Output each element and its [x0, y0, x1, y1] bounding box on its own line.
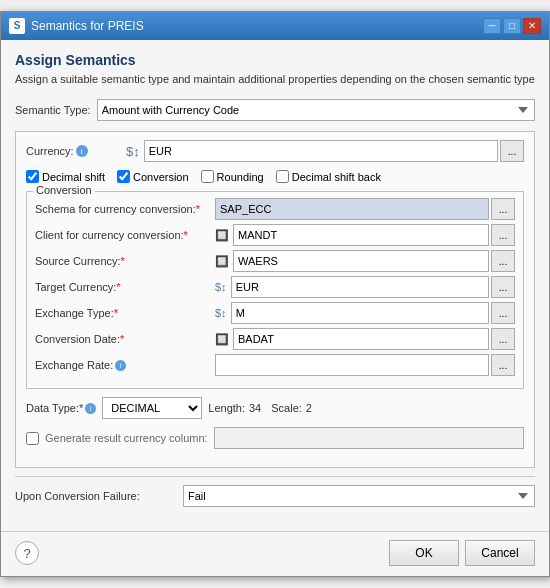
title-bar-left: S Semantics for PREIS — [9, 18, 144, 34]
schema-label: Schema for currency conversion:* — [35, 203, 215, 215]
source-currency-input[interactable] — [233, 250, 489, 272]
datatype-select[interactable]: DECIMAL — [102, 397, 202, 419]
scale-value: 2 — [306, 402, 312, 414]
client-row: Client for currency conversion:* 🔲 ... — [35, 224, 515, 246]
source-currency-icon: 🔲 — [215, 255, 229, 268]
exchange-type-label: Exchange Type:* — [35, 307, 215, 319]
exchange-rate-label: Exchange Rate: i — [35, 359, 215, 371]
main-window: S Semantics for PREIS ─ □ ✕ Assign Seman… — [0, 11, 550, 577]
page-title: Assign Semantics — [15, 52, 535, 68]
conversion-fail-select[interactable]: Fail Warning Ignore — [183, 485, 535, 507]
conversion-group-title: Conversion — [33, 184, 95, 196]
window-icon: S — [9, 18, 25, 34]
semantic-type-row: Semantic Type: Amount with Currency Code — [15, 99, 535, 121]
conversion-date-label: Conversion Date:* — [35, 333, 215, 345]
bottom-bar: ? OK Cancel — [1, 531, 549, 576]
generate-result-row: Generate result currency column: — [26, 427, 524, 449]
decimal-shift-back-checkbox[interactable] — [276, 170, 289, 183]
conversion-date-input[interactable] — [233, 328, 489, 350]
action-buttons: OK Cancel — [389, 540, 535, 566]
currency-input-area: $↕ ... — [126, 140, 524, 162]
main-content: Assign Semantics Assign a suitable seman… — [1, 40, 549, 531]
target-currency-dots-button[interactable]: ... — [491, 276, 515, 298]
generate-result-checkbox[interactable] — [26, 432, 39, 445]
schema-row: Schema for currency conversion:* ... — [35, 198, 515, 220]
target-currency-icon: $↕ — [215, 281, 227, 293]
source-currency-input-wrap: 🔲 ... — [215, 250, 515, 272]
conversion-group-box: Conversion Schema for currency conversio… — [26, 191, 524, 389]
schema-input[interactable] — [215, 198, 489, 220]
rounding-checkbox-item[interactable]: Rounding — [201, 170, 264, 183]
exchange-type-icon: $↕ — [215, 307, 227, 319]
conversion-date-input-wrap: 🔲 ... — [215, 328, 515, 350]
window-title: Semantics for PREIS — [31, 19, 144, 33]
length-scale: Length: 34 Scale: 2 — [208, 402, 312, 414]
decimal-shift-checkbox[interactable] — [26, 170, 39, 183]
target-currency-label: Target Currency:* — [35, 281, 215, 293]
ok-button[interactable]: OK — [389, 540, 459, 566]
close-button[interactable]: ✕ — [523, 18, 541, 34]
conversion-date-row: Conversion Date:* 🔲 ... — [35, 328, 515, 350]
currency-dollar-icon: $↕ — [126, 144, 140, 159]
semantic-type-select[interactable]: Amount with Currency Code — [97, 99, 535, 121]
title-bar: S Semantics for PREIS ─ □ ✕ — [1, 12, 549, 40]
decimal-shift-checkbox-item[interactable]: Decimal shift — [26, 170, 105, 183]
conversion-fail-label: Upon Conversion Failure: — [15, 490, 175, 502]
conversion-fail-row: Upon Conversion Failure: Fail Warning Ig… — [15, 485, 535, 507]
exchange-rate-info-icon[interactable]: i — [115, 360, 126, 371]
help-button[interactable]: ? — [15, 541, 39, 565]
datatype-row: Data Type:* i DECIMAL Length: 34 Scale: … — [26, 397, 524, 419]
generate-result-label: Generate result currency column: — [45, 432, 208, 444]
source-currency-row: Source Currency:* 🔲 ... — [35, 250, 515, 272]
exchange-rate-input-wrap: ... — [215, 354, 515, 376]
maximize-button[interactable]: □ — [503, 18, 521, 34]
schema-dots-button[interactable]: ... — [491, 198, 515, 220]
checkboxes-row: Decimal shift Conversion Rounding Decima… — [26, 170, 524, 183]
conversion-checkbox[interactable] — [117, 170, 130, 183]
conversion-checkbox-item[interactable]: Conversion — [117, 170, 189, 183]
target-currency-input-wrap: $↕ ... — [215, 276, 515, 298]
exchange-rate-row: Exchange Rate: i ... — [35, 354, 515, 376]
exchange-rate-input[interactable] — [215, 354, 489, 376]
length-value: 34 — [249, 402, 261, 414]
datatype-label: Data Type:* i — [26, 402, 96, 414]
title-buttons: ─ □ ✕ — [483, 18, 541, 34]
target-currency-row: Target Currency:* $↕ ... — [35, 276, 515, 298]
client-icon: 🔲 — [215, 229, 229, 242]
currency-label: Currency: i — [26, 145, 106, 157]
datatype-info-icon[interactable]: i — [85, 403, 96, 414]
source-currency-dots-button[interactable]: ... — [491, 250, 515, 272]
exchange-type-row: Exchange Type:* $↕ ... — [35, 302, 515, 324]
target-currency-input[interactable] — [231, 276, 489, 298]
exchange-rate-dots-button[interactable]: ... — [491, 354, 515, 376]
client-input-wrap: 🔲 ... — [215, 224, 515, 246]
page-description: Assign a suitable semantic type and main… — [15, 72, 535, 87]
schema-input-wrap: ... — [215, 198, 515, 220]
client-input[interactable] — [233, 224, 489, 246]
exchange-type-dots-button[interactable]: ... — [491, 302, 515, 324]
cancel-button[interactable]: Cancel — [465, 540, 535, 566]
currency-info-icon[interactable]: i — [76, 145, 88, 157]
exchange-type-input-wrap: $↕ ... — [215, 302, 515, 324]
divider — [15, 476, 535, 477]
source-currency-label: Source Currency:* — [35, 255, 215, 267]
currency-row: Currency: i $↕ ... — [26, 140, 524, 162]
client-label: Client for currency conversion:* — [35, 229, 215, 241]
inner-settings-box: Currency: i $↕ ... Decimal shift — [15, 131, 535, 468]
conversion-date-dots-button[interactable]: ... — [491, 328, 515, 350]
rounding-checkbox[interactable] — [201, 170, 214, 183]
generate-result-input[interactable] — [214, 427, 524, 449]
semantic-type-label: Semantic Type: — [15, 104, 91, 116]
exchange-type-input[interactable] — [231, 302, 489, 324]
currency-dots-button[interactable]: ... — [500, 140, 524, 162]
conversion-date-icon: 🔲 — [215, 333, 229, 346]
currency-input[interactable] — [144, 140, 498, 162]
decimal-shift-back-checkbox-item[interactable]: Decimal shift back — [276, 170, 381, 183]
client-dots-button[interactable]: ... — [491, 224, 515, 246]
minimize-button[interactable]: ─ — [483, 18, 501, 34]
